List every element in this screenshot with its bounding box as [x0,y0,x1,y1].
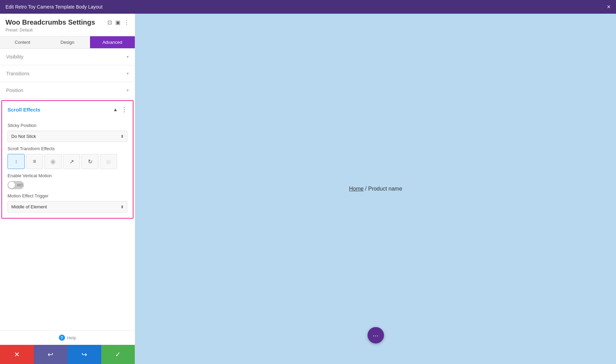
scroll-effects-header: Scroll Effects ▲ ⋮ [2,101,133,117]
transform-btn-blur[interactable]: ◎ [100,154,117,169]
tabs: Content Design Advanced [0,36,135,49]
help-bar[interactable]: ? Help [0,330,135,345]
chevron-down-icon: ▾ [127,88,129,93]
breadcrumb-current: Product name [368,186,402,192]
more-options-icon[interactable]: ⋮ [124,19,129,26]
fade-icon: ◉ [50,158,56,165]
title-bar-title: Edit Retro Toy Camera Template Body Layo… [5,4,103,10]
vertical-motion-toggle[interactable]: NO [8,181,24,189]
rotate-icon: ↻ [88,158,92,165]
save-button[interactable]: ✓ [101,345,135,364]
transform-btn-scale[interactable]: ↗ [63,154,80,169]
blur-icon: ◎ [106,158,111,165]
main-layout: Woo Breadcrumbs Settings ⊡ ▣ ⋮ Preset: D… [0,14,616,364]
motion-trigger-wrapper: Middle of Element Top of Element Bottom … [8,201,127,212]
transform-btn-rotate[interactable]: ↻ [81,154,99,169]
accordion-transitions-header[interactable]: Transitions ▾ [0,65,135,82]
accordion-visibility-label: Visibility [6,54,23,60]
breadcrumb-preview: Home / Product name [349,186,402,192]
transform-btn-fade[interactable]: ◉ [44,154,62,169]
action-bar: ✕ ↩ ↪ ✓ [0,345,135,364]
help-label: Help [67,335,76,340]
close-button[interactable]: × [607,3,611,11]
accordion-position: Position ▾ [0,82,135,99]
scroll-effects-title: Scroll Effects [8,107,40,113]
screen-icon[interactable]: ⊡ [107,19,112,26]
redo-button[interactable]: ↪ [67,345,101,364]
title-bar: Edit Retro Toy Camera Template Body Layo… [0,0,616,14]
motion-trigger-label: Motion Effect Trigger [8,193,127,198]
section-more-icon[interactable]: ⋮ [121,106,127,113]
scroll-effects-body: Sticky Position Do Not Stick Top of Page… [2,117,133,218]
accordion-visibility: Visibility ▾ [0,49,135,65]
breadcrumb-home-link[interactable]: Home [349,186,364,192]
scroll-transform-label: Scroll Transform Effects [8,146,127,151]
tab-content[interactable]: Content [0,36,45,48]
accordion-position-label: Position [6,88,23,93]
panel-header-row: Woo Breadcrumbs Settings ⊡ ▣ ⋮ [5,18,129,26]
sticky-position-label: Sticky Position [8,123,127,128]
chevron-down-icon: ▾ [127,54,129,59]
scroll-effects-header-icons: ▲ ⋮ [113,106,127,113]
panel-header: Woo Breadcrumbs Settings ⊡ ▣ ⋮ Preset: D… [0,14,135,36]
undo-icon: ↩ [48,350,53,359]
help-icon: ? [59,335,65,341]
undo-button[interactable]: ↩ [34,345,68,364]
motion-trigger-select[interactable]: Middle of Element Top of Element Bottom … [8,201,127,212]
panel-header-icons: ⊡ ▣ ⋮ [107,19,129,26]
breadcrumb-separator: / [363,186,368,192]
scale-icon: ↗ [69,158,74,165]
transform-effects-row: ↕ ≡ ◉ ↗ ↻ [8,154,127,169]
accordion-transitions: Transitions ▾ [0,65,135,82]
transform-btn-vertical[interactable]: ↕ [8,154,25,169]
layout-icon[interactable]: ▣ [115,19,120,26]
sticky-position-wrapper: Do Not Stick Top of Page Bottom of Page … [8,131,127,142]
toggle-row: NO [8,181,127,189]
tab-advanced[interactable]: Advanced [90,36,135,48]
tab-design[interactable]: Design [45,36,90,48]
scroll-effects-section: Scroll Effects ▲ ⋮ Sticky Position Do No… [1,100,133,219]
cancel-button[interactable]: ✕ [0,345,34,364]
redo-icon: ↪ [81,350,87,359]
left-panel: Woo Breadcrumbs Settings ⊡ ▣ ⋮ Preset: D… [0,14,135,364]
accordion-transitions-label: Transitions [6,71,29,76]
save-icon: ✓ [115,350,121,359]
transform-btn-horizontal[interactable]: ≡ [26,154,43,169]
toggle-label: NO [17,183,23,187]
accordion-position-header[interactable]: Position ▾ [0,82,135,99]
preset-label[interactable]: Preset: Default [5,28,129,32]
vertical-motion-label: Enable Vertical Motion [8,173,127,178]
sticky-position-select[interactable]: Do Not Stick Top of Page Bottom of Page [8,131,127,142]
toggle-knob [8,182,15,188]
floating-action-button[interactable]: ··· [368,327,384,343]
collapse-icon[interactable]: ▲ [113,107,118,112]
floating-btn-icon: ··· [373,332,378,339]
horizontal-motion-icon: ≡ [33,158,36,165]
right-canvas: Home / Product name ··· [135,14,616,364]
chevron-down-icon: ▾ [127,71,129,76]
accordion-visibility-header[interactable]: Visibility ▾ [0,49,135,65]
panel-title: Woo Breadcrumbs Settings [5,18,95,26]
vertical-motion-icon: ↕ [15,158,17,165]
cancel-icon: ✕ [14,350,20,359]
panel-content: Visibility ▾ Transitions ▾ Position ▾ [0,49,135,330]
